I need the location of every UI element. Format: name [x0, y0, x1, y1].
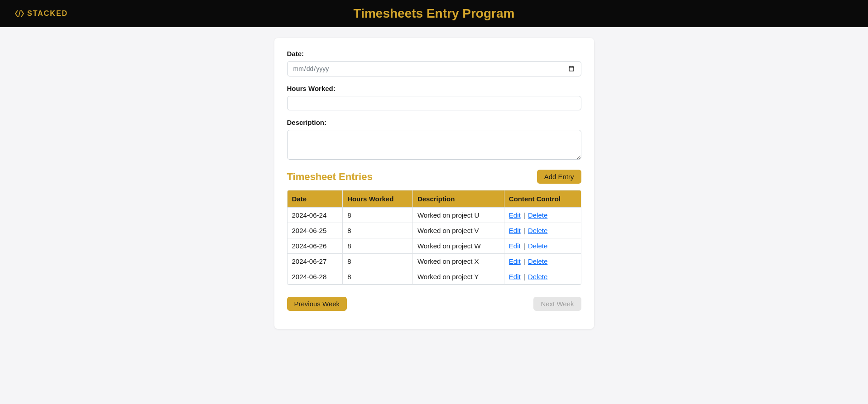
table-row: 2024-06-258Worked on project VEdit | Del…: [288, 223, 581, 238]
app-header: STACKED Timesheets Entry Program: [0, 0, 868, 27]
action-separator: |: [522, 211, 527, 219]
delete-link[interactable]: Delete: [528, 273, 547, 280]
delete-link[interactable]: Delete: [528, 227, 547, 234]
date-input[interactable]: [287, 61, 581, 76]
edit-link[interactable]: Edit: [509, 273, 521, 280]
cell-date: 2024-06-24: [288, 208, 343, 223]
cell-actions: Edit | Delete: [504, 238, 580, 254]
delete-link[interactable]: Delete: [528, 257, 547, 265]
cell-description: Worked on project V: [412, 223, 504, 238]
brand-logo: STACKED: [14, 10, 68, 18]
cell-description: Worked on project W: [412, 238, 504, 254]
cell-date: 2024-06-28: [288, 269, 343, 285]
table-row: 2024-06-278Worked on project XEdit | Del…: [288, 254, 581, 269]
table-header-row: Date Hours Worked Description Content Co…: [288, 190, 581, 208]
previous-week-button[interactable]: Previous Week: [287, 297, 347, 311]
col-content-control: Content Control: [504, 190, 580, 208]
action-separator: |: [522, 242, 527, 250]
hours-input[interactable]: [287, 96, 581, 110]
cell-date: 2024-06-26: [288, 238, 343, 254]
entries-heading: Timesheet Entries: [287, 171, 373, 183]
cell-hours: 8: [343, 208, 413, 223]
edit-link[interactable]: Edit: [509, 211, 521, 219]
cell-date: 2024-06-27: [288, 254, 343, 269]
delete-link[interactable]: Delete: [528, 211, 547, 219]
cell-hours: 8: [343, 254, 413, 269]
cell-date: 2024-06-25: [288, 223, 343, 238]
edit-link[interactable]: Edit: [509, 242, 521, 250]
col-description: Description: [412, 190, 504, 208]
date-label: Date:: [287, 50, 581, 57]
cell-hours: 8: [343, 269, 413, 285]
table-row: 2024-06-288Worked on project YEdit | Del…: [288, 269, 581, 285]
action-separator: |: [522, 257, 527, 265]
table-row: 2024-06-268Worked on project WEdit | Del…: [288, 238, 581, 254]
svg-line-0: [19, 10, 20, 17]
description-label: Description:: [287, 119, 581, 126]
brand-text: STACKED: [27, 10, 68, 18]
cell-actions: Edit | Delete: [504, 269, 580, 285]
add-entry-button[interactable]: Add Entry: [537, 170, 581, 184]
cell-actions: Edit | Delete: [504, 254, 580, 269]
delete-link[interactable]: Delete: [528, 242, 547, 250]
cell-hours: 8: [343, 223, 413, 238]
cell-description: Worked on project X: [412, 254, 504, 269]
col-hours: Hours Worked: [343, 190, 413, 208]
description-input[interactable]: [287, 130, 581, 160]
page-title: Timesheets Entry Program: [354, 6, 515, 21]
entries-table: Date Hours Worked Description Content Co…: [288, 190, 581, 285]
cell-hours: 8: [343, 238, 413, 254]
table-row: 2024-06-248Worked on project UEdit | Del…: [288, 208, 581, 223]
edit-link[interactable]: Edit: [509, 227, 521, 234]
hours-label: Hours Worked:: [287, 85, 581, 92]
action-separator: |: [522, 227, 527, 234]
cell-description: Worked on project Y: [412, 269, 504, 285]
action-separator: |: [522, 273, 527, 280]
col-date: Date: [288, 190, 343, 208]
cell-actions: Edit | Delete: [504, 208, 580, 223]
cell-actions: Edit | Delete: [504, 223, 580, 238]
timesheet-card: Date: Hours Worked: Description: Timeshe…: [274, 38, 594, 329]
edit-link[interactable]: Edit: [509, 257, 521, 265]
code-brackets-icon: [14, 10, 24, 18]
entries-table-wrap: Date Hours Worked Description Content Co…: [287, 190, 581, 285]
next-week-button[interactable]: Next Week: [533, 297, 581, 311]
cell-description: Worked on project U: [412, 208, 504, 223]
